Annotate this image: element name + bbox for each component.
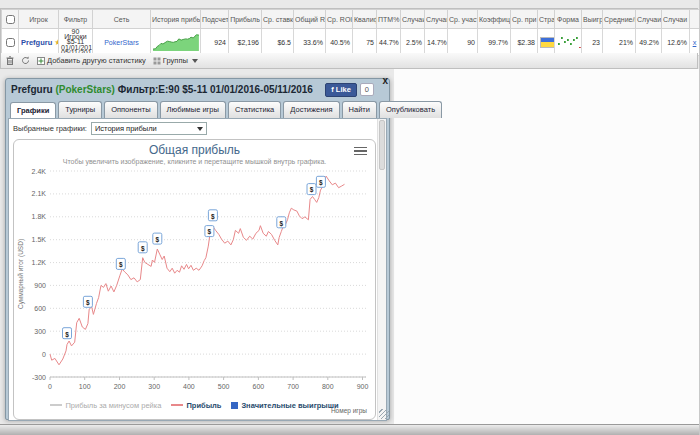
network-name: (PokerStars) — [55, 84, 114, 95]
column-header-network[interactable]: Сеть — [93, 10, 151, 29]
significant-win-marker[interactable]: $ — [316, 176, 325, 187]
column-header-avg_per_pos[interactable]: Средние/поз — [603, 10, 636, 29]
row-action-link[interactable]: x — [693, 38, 697, 47]
legend-swatch — [50, 404, 62, 406]
resize-grip[interactable] — [379, 409, 389, 419]
column-header-cases_b[interactable]: Случаи — [425, 10, 448, 29]
column-header-avg_prize[interactable]: Ср. при — [511, 10, 538, 29]
chart-title: Общая прибыль — [14, 143, 375, 157]
select-chevron-down-icon — [197, 127, 203, 131]
significant-win-marker[interactable]: $ — [153, 233, 162, 244]
column-header-filter[interactable]: Фильтр — [59, 10, 93, 29]
significant-win-marker[interactable]: $ — [63, 327, 72, 338]
results-table: ИгрокФильтрСетьИстория прибылПодсчетПриб… — [1, 9, 700, 56]
svg-text:0: 0 — [42, 350, 46, 357]
cell-qualified: 75 — [353, 29, 377, 56]
chart-subtitle: Чтобы увеличить изображение, кликните и … — [14, 158, 375, 165]
cell-cases_c: 49.2% — [636, 29, 662, 56]
column-header-cases_c[interactable]: Случаи — [636, 10, 662, 29]
dialog-tabs: ГрафикиТурнирыОппонентыЛюбимые игрыСтати… — [8, 100, 387, 118]
player-stats-dialog: Prefguru (PokerStars) Фильтр:E:90 $5-11 … — [5, 78, 390, 420]
column-header-cases_a[interactable]: Случаи — [401, 10, 425, 29]
tab-4[interactable]: Любимые игры — [160, 101, 226, 118]
column-header-spark[interactable]: История прибыл — [151, 10, 201, 29]
column-header-profit[interactable]: Прибыль — [229, 10, 262, 29]
tab-6[interactable]: Достижения — [283, 101, 339, 118]
facebook-like-button[interactable]: f Like — [325, 83, 357, 97]
legend-item-2[interactable]: Прибыль — [171, 401, 221, 410]
svg-text:600: 600 — [34, 304, 46, 311]
column-header-cases_pos[interactable]: Случаи поз — [662, 10, 690, 29]
refresh-icon[interactable] — [21, 56, 30, 65]
select-all-checkbox[interactable] — [6, 15, 15, 24]
dialog-title: Prefguru (PokerStars) Фильтр:E:90 $5-11 … — [11, 84, 325, 95]
scrollbar-thumb[interactable] — [379, 120, 385, 170]
column-header-wins[interactable]: Выигр — [582, 10, 603, 29]
svg-text:$: $ — [86, 299, 90, 307]
svg-text:$: $ — [208, 228, 212, 236]
cell-avg_per_pos: 21% — [603, 29, 636, 56]
player-name-link[interactable]: Prefguru — [21, 38, 52, 47]
column-header-avg_stake[interactable]: Ср. ставка — [262, 10, 294, 29]
column-header-qualified[interactable]: Квалиф — [353, 10, 377, 29]
column-header-total_roi[interactable]: Общий ROI — [294, 10, 326, 29]
close-icon[interactable]: x — [382, 76, 388, 86]
legend-label: Значительные выигрыши — [241, 401, 338, 410]
groups-button[interactable]: Группы — [153, 56, 198, 65]
tab-1[interactable]: Графики — [10, 102, 56, 119]
svg-text:300: 300 — [34, 327, 46, 334]
selected-graphs-label: Выбранные графики: — [13, 124, 87, 133]
add-statistic-button[interactable]: Добавить другую статистику — [37, 56, 146, 65]
svg-text:2.1K: 2.1K — [32, 190, 47, 197]
tab-2[interactable]: Турниры — [58, 101, 102, 118]
column-header-avg_roi[interactable]: Ср. ROI — [326, 10, 353, 29]
column-header-flag[interactable]: Стра — [538, 10, 555, 29]
cell-wins: 23 — [582, 29, 603, 56]
svg-text:$: $ — [279, 219, 283, 227]
row-checkbox[interactable] — [6, 38, 15, 47]
vertical-scrollbar[interactable] — [377, 119, 386, 420]
significant-win-marker[interactable]: $ — [307, 183, 316, 194]
legend-swatch — [171, 404, 183, 406]
dialog-titlebar[interactable]: Prefguru (PokerStars) Фильтр:E:90 $5-11 … — [8, 79, 387, 100]
chart-menu-icon[interactable] — [354, 147, 367, 158]
column-header-avg_entrants[interactable]: Ср. участь — [448, 10, 478, 29]
significant-win-marker[interactable]: $ — [205, 225, 214, 236]
svg-text:800: 800 — [322, 383, 334, 390]
form-sparkline — [555, 29, 582, 56]
svg-text:$: $ — [141, 244, 145, 252]
significant-win-marker[interactable]: $ — [83, 296, 92, 307]
column-header-action[interactable] — [690, 10, 700, 29]
legend-item-3[interactable]: Значительные выигрыши — [231, 401, 338, 410]
tab-5[interactable]: Статистика — [228, 101, 281, 118]
cell-itm_pct: 44.7% — [377, 29, 401, 56]
profit-chart[interactable]: 2.4K2.1K1.8K1.5K1.2K9006003000-300010020… — [14, 165, 376, 397]
facebook-like-widget[interactable]: f Like 0 — [325, 83, 374, 97]
column-header-coefficient[interactable]: Коэффици — [478, 10, 511, 29]
graph-select[interactable]: История прибыли — [91, 122, 207, 135]
column-header-itm_pct[interactable]: ПТМ% — [377, 10, 401, 29]
tab-3[interactable]: Оппоненты — [104, 101, 157, 118]
significant-win-marker[interactable]: $ — [116, 258, 125, 269]
column-header-player[interactable]: Игрок — [19, 10, 59, 29]
significant-win-marker[interactable]: $ — [277, 216, 286, 227]
network-link[interactable]: PokerStars — [104, 39, 139, 46]
column-header-checkbox[interactable] — [2, 10, 19, 29]
cell-avg_entrants: 90 — [448, 29, 478, 56]
cell-count: 924 — [201, 29, 229, 56]
trash-icon[interactable] — [6, 56, 14, 65]
tab-7[interactable]: Найти — [342, 101, 377, 118]
svg-text:-300: -300 — [32, 373, 46, 380]
significant-win-marker[interactable]: $ — [208, 209, 217, 220]
legend-item-1[interactable]: Прибыль за минусом рейка — [50, 401, 161, 410]
column-header-form[interactable]: Форма — [555, 10, 582, 29]
profit-chart-panel: Общая прибыль Чтобы увеличить изображени… — [13, 139, 376, 420]
column-header-count[interactable]: Подсчет — [201, 10, 229, 29]
cell-total_roi: 33.6% — [294, 29, 326, 56]
cell-avg_roi: 40.5% — [326, 29, 353, 56]
tab-8[interactable]: Опубликовать — [379, 101, 442, 118]
results-table-wrap: ИгрокФильтрСетьИстория прибылПодсчетПриб… — [0, 8, 698, 57]
groups-grid-icon — [153, 57, 161, 65]
significant-win-marker[interactable]: $ — [138, 241, 147, 252]
dialog-content: Выбранные графики: История прибыли Общая… — [8, 118, 387, 421]
